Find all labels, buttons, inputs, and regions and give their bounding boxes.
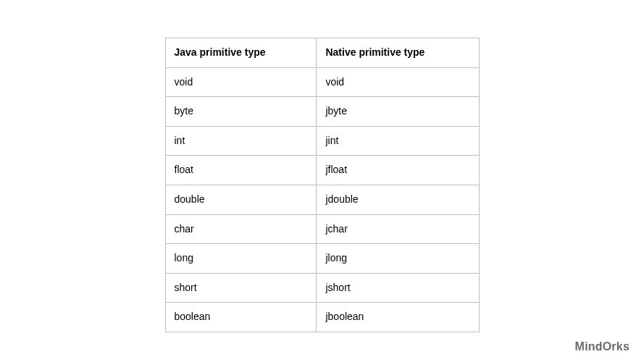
table-row: void void (165, 67, 479, 97)
table-header-row: Java primitive type Native primitive typ… (165, 38, 479, 68)
cell-native: jbyte (317, 97, 479, 127)
cell-native: void (317, 67, 479, 97)
brand-label: MindOrks (575, 340, 630, 353)
column-header-java: Java primitive type (165, 38, 317, 68)
cell-java: double (165, 185, 317, 214)
primitive-type-table-container: Java primitive type Native primitive typ… (165, 38, 480, 332)
cell-native: jint (317, 126, 479, 156)
cell-java: int (165, 126, 317, 156)
table-row: short jshort (165, 273, 479, 303)
cell-native: jdouble (317, 185, 479, 214)
cell-java: long (165, 244, 317, 274)
cell-native: jlong (317, 244, 479, 274)
table-row: char jchar (165, 214, 479, 244)
cell-native: jshort (317, 273, 479, 303)
cell-java: boolean (165, 303, 317, 332)
table-row: float jfloat (165, 156, 479, 185)
primitive-type-table: Java primitive type Native primitive typ… (165, 38, 480, 332)
table-row: int jint (165, 126, 479, 156)
cell-native: jchar (317, 214, 479, 244)
cell-java: short (165, 273, 317, 303)
cell-java: byte (165, 97, 317, 127)
cell-java: float (165, 156, 317, 185)
cell-native: jfloat (317, 156, 479, 185)
table-row: long jlong (165, 244, 479, 274)
cell-java: char (165, 214, 317, 244)
table-row: boolean jboolean (165, 303, 479, 332)
table-row: double jdouble (165, 185, 479, 214)
column-header-native: Native primitive type (317, 38, 479, 68)
table-row: byte jbyte (165, 97, 479, 127)
cell-java: void (165, 67, 317, 97)
cell-native: jboolean (317, 303, 479, 332)
